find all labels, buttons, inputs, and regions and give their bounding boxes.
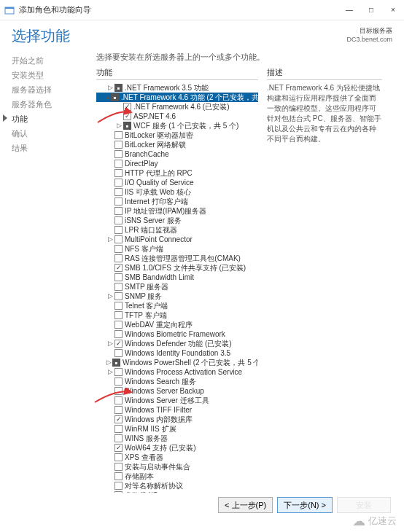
feature-node[interactable]: .NET Framework 4.6 (已安装) xyxy=(96,102,258,112)
feature-checkbox[interactable] xyxy=(114,254,123,262)
feature-checkbox[interactable] xyxy=(114,378,123,386)
feature-checkbox[interactable] xyxy=(114,368,123,376)
feature-node[interactable]: BranchCache xyxy=(96,149,258,159)
tree-toggle-icon[interactable]: ▷ xyxy=(115,122,123,130)
feature-checkbox[interactable] xyxy=(114,283,123,291)
wizard-step[interactable]: 服务器角色 xyxy=(12,97,88,112)
tree-toggle-icon[interactable]: ▷ xyxy=(106,236,114,243)
feature-checkbox[interactable] xyxy=(123,103,131,111)
next-button[interactable]: 下一步(N) > xyxy=(277,497,333,513)
tree-toggle-icon[interactable]: ▴ xyxy=(106,94,110,101)
feature-node[interactable]: 安装与启动事件集合 xyxy=(96,462,258,472)
feature-checkbox[interactable] xyxy=(114,396,123,404)
feature-node[interactable]: WebDAV 重定向程序 xyxy=(96,320,258,329)
feature-checkbox[interactable] xyxy=(114,169,123,177)
tree-toggle-icon[interactable]: ▷ xyxy=(106,293,114,300)
feature-node[interactable]: Windows Identity Foundation 3.5 xyxy=(96,348,258,358)
feature-checkbox[interactable] xyxy=(114,321,123,329)
feature-node[interactable]: ▷.NET Framework 3.5 功能 xyxy=(96,83,258,93)
feature-node[interactable]: ▷Windows Process Activation Service xyxy=(96,367,258,377)
feature-checkbox[interactable] xyxy=(114,311,123,319)
wizard-step[interactable]: 结果 xyxy=(12,141,88,155)
tree-toggle-icon[interactable]: ▷ xyxy=(106,359,112,367)
feature-node[interactable]: WinRM IIS 扩展 xyxy=(96,424,258,434)
feature-checkbox[interactable] xyxy=(123,122,131,130)
feature-node[interactable]: I/O Quality of Service xyxy=(96,178,258,187)
tree-toggle-icon[interactable]: ▷ xyxy=(106,85,114,92)
tree-toggle-icon[interactable]: ▷ xyxy=(106,340,114,348)
feature-node[interactable]: ASP.NET 4.6 xyxy=(96,112,258,121)
feature-checkbox[interactable] xyxy=(114,150,123,158)
feature-node[interactable]: Windows Search 服务 xyxy=(96,377,258,386)
feature-node[interactable]: IIS 可承载 Web 核心 xyxy=(96,187,258,197)
feature-node[interactable]: Telnet 客户端 xyxy=(96,301,258,310)
feature-checkbox[interactable] xyxy=(112,359,120,367)
feature-checkbox[interactable] xyxy=(114,160,123,168)
feature-checkbox[interactable] xyxy=(114,340,123,348)
wizard-step[interactable]: 开始之前 xyxy=(12,53,88,68)
feature-checkbox[interactable] xyxy=(114,179,123,187)
feature-node[interactable]: Windows TIFF IFilter xyxy=(96,405,258,415)
feature-checkbox[interactable] xyxy=(114,216,123,224)
feature-node[interactable]: ▷MultiPoint Connector xyxy=(96,235,258,244)
feature-checkbox[interactable] xyxy=(114,188,123,196)
feature-node[interactable]: SMB Bandwidth Limit xyxy=(96,273,258,282)
feature-node[interactable]: 对等名称解析协议 xyxy=(96,481,258,490)
feature-node[interactable]: 存储副本 xyxy=(96,472,258,481)
feature-node[interactable]: ▷WCF 服务 (1 个已安装，共 5 个) xyxy=(96,121,258,130)
feature-node[interactable]: DirectPlay xyxy=(96,159,258,168)
feature-node[interactable]: XPS 查看器 xyxy=(96,453,258,462)
feature-node[interactable]: ▷Windows Defender 功能 (已安装) xyxy=(96,339,258,348)
feature-node[interactable]: Windows 内部数据库 xyxy=(96,415,258,424)
feature-node[interactable]: ▷SNMP 服务 xyxy=(96,292,258,301)
feature-checkbox[interactable] xyxy=(114,273,123,281)
previous-button[interactable]: < 上一步(P) xyxy=(218,497,273,513)
feature-checkbox[interactable] xyxy=(114,425,123,433)
feature-checkbox[interactable] xyxy=(114,482,123,490)
feature-node[interactable]: Internet 打印客户端 xyxy=(96,197,258,206)
wizard-step[interactable]: 安装类型 xyxy=(12,68,88,82)
feature-node[interactable]: WINS 服务器 xyxy=(96,434,258,443)
minimize-button[interactable]: — xyxy=(338,0,360,20)
feature-checkbox[interactable] xyxy=(114,292,123,300)
feature-node[interactable]: BitLocker 驱动器加密 xyxy=(96,130,258,140)
feature-node[interactable]: IP 地址管理(IPAM)服务器 xyxy=(96,206,258,216)
feature-checkbox[interactable] xyxy=(114,264,123,272)
feature-checkbox[interactable] xyxy=(114,472,123,480)
feature-node[interactable]: Windows Biometric Framework xyxy=(96,329,258,339)
feature-checkbox[interactable] xyxy=(114,453,123,461)
features-tree[interactable]: ▷.NET Framework 3.5 功能▴.NET Framework 4.… xyxy=(96,83,258,493)
feature-node[interactable]: SMB 1.0/CIFS 文件共享支持 (已安装) xyxy=(96,263,258,273)
feature-checkbox[interactable] xyxy=(114,330,123,338)
feature-node[interactable]: WoW64 支持 (已安装) xyxy=(96,443,258,453)
feature-checkbox[interactable] xyxy=(114,349,123,357)
feature-checkbox[interactable] xyxy=(114,434,123,442)
feature-node[interactable]: Windows Server Backup xyxy=(96,386,258,396)
feature-checkbox[interactable] xyxy=(114,415,123,423)
feature-node[interactable]: NFS 客户端 xyxy=(96,244,258,254)
wizard-step[interactable]: 功能 xyxy=(12,112,88,126)
feature-node[interactable]: TFTP 客户端 xyxy=(96,310,258,320)
feature-node[interactable]: 多路径 I/O xyxy=(96,490,258,493)
feature-checkbox[interactable] xyxy=(114,245,123,253)
tree-toggle-icon[interactable]: ▷ xyxy=(106,369,114,376)
feature-checkbox[interactable] xyxy=(111,93,119,101)
feature-checkbox[interactable] xyxy=(114,302,123,310)
feature-checkbox[interactable] xyxy=(114,491,123,493)
feature-node[interactable]: RAS 连接管理器管理工具包(CMAK) xyxy=(96,254,258,263)
feature-checkbox[interactable] xyxy=(123,112,131,120)
feature-checkbox[interactable] xyxy=(114,141,123,149)
feature-checkbox[interactable] xyxy=(114,84,123,92)
feature-checkbox[interactable] xyxy=(114,207,123,215)
feature-node[interactable]: ▷Windows PowerShell (2 个已安装，共 5 个) xyxy=(96,358,258,367)
feature-checkbox[interactable] xyxy=(114,463,123,471)
feature-node[interactable]: SMTP 服务器 xyxy=(96,282,258,292)
feature-node[interactable]: ▴.NET Framework 4.6 功能 (2 个已安装，共 7 个) xyxy=(96,93,258,102)
feature-checkbox[interactable] xyxy=(114,235,123,243)
feature-checkbox[interactable] xyxy=(114,226,123,234)
feature-node[interactable]: LPR 端口监视器 xyxy=(96,225,258,235)
feature-checkbox[interactable] xyxy=(114,197,123,206)
close-button[interactable]: × xyxy=(382,0,404,20)
feature-checkbox[interactable] xyxy=(114,444,123,452)
feature-node[interactable]: iSNS Server 服务 xyxy=(96,216,258,225)
